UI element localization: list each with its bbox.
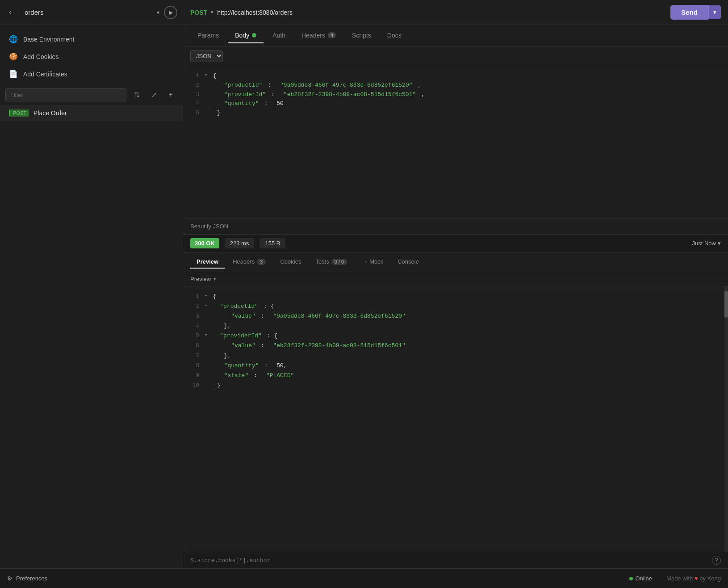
play-button[interactable]: ▶: [164, 6, 177, 19]
resp-line-5: 5 ▾ "providerId" : {: [190, 331, 721, 341]
gear-icon: ⚙: [7, 575, 13, 582]
jsonpath-input[interactable]: [190, 557, 712, 564]
collection-dropdown-icon[interactable]: ▾: [157, 9, 159, 16]
code-line-3: 3 "providerId" : "eb28f32f-2398-4b09-ac0…: [190, 90, 721, 100]
code-line-5: 5 }: [190, 109, 721, 118]
body-active-dot: [252, 33, 256, 38]
heart-icon: ♥: [695, 575, 698, 582]
request-name: Place Order: [33, 109, 67, 117]
sidebar-item-cookies-label: Add Cookies: [23, 53, 59, 60]
main-layout: 🌐 Base Environment 🍪 Add Cookies 📄 Add C…: [0, 25, 728, 568]
online-indicator: Online: [629, 575, 653, 582]
preferences-label: Preferences: [16, 575, 47, 582]
rtab-cookies[interactable]: Cookies: [274, 256, 307, 269]
resp-line-7: 7 },: [190, 351, 721, 361]
preview-toolbar: Preview ▾: [183, 272, 728, 286]
online-dot: [629, 577, 633, 580]
bottom-bar: ⚙ Preferences Online Made with ♥ by Kong: [0, 568, 728, 588]
response-time: 223 ms: [225, 238, 255, 248]
filter-input[interactable]: [5, 88, 126, 101]
scrollbar-track: [724, 286, 728, 552]
headers-response-badge: 3: [257, 259, 266, 265]
sort-button[interactable]: ⇅: [130, 88, 143, 101]
preview-dropdown[interactable]: Preview: [190, 276, 211, 282]
timestamp-dropdown[interactable]: Just Now ▾: [692, 240, 721, 247]
timestamp-arrow-icon: ▾: [718, 240, 721, 247]
headers-badge: 4: [328, 32, 336, 38]
send-button[interactable]: Send: [670, 5, 708, 20]
tab-body[interactable]: Body: [228, 28, 264, 43]
rtab-console[interactable]: Console: [391, 256, 425, 269]
response-code-viewer[interactable]: 1 ▾ { 2 ▾ "productId" : { 3 "value" : "9…: [183, 286, 728, 552]
sidebar-item-certs-label: Add Certificates: [23, 71, 67, 78]
request-tabs-row: Params Body Auth Headers 4 Scripts Docs: [183, 25, 728, 46]
made-with-text: Made with ♥ by Kong: [666, 575, 721, 582]
jsonpath-bar: ?: [183, 552, 728, 568]
beautify-json-button[interactable]: Beautify JSON: [183, 218, 728, 234]
code-line-2: 2 "productId" : "9a05ddc8-466f-497c-833d…: [190, 81, 721, 90]
tab-auth[interactable]: Auth: [265, 28, 293, 43]
resp-line-9: 9 "state" : "PLACED": [190, 371, 721, 381]
rtab-mock[interactable]: → Mock: [355, 256, 389, 269]
top-bar: ‹ orders ▾ ▶ POST ▾ http://localhost:808…: [0, 0, 728, 25]
divider: [20, 7, 20, 18]
help-icon[interactable]: ?: [712, 556, 721, 565]
code-line-1: 1 ▾ {: [190, 71, 721, 81]
filter-row: ⇅ ⤢ +: [0, 84, 183, 105]
cookie-icon: 🍪: [9, 52, 18, 61]
expand-button[interactable]: ⤢: [147, 88, 160, 101]
sidebar-item-base-env[interactable]: 🌐 Base Environment: [0, 30, 183, 48]
resp-line-6: 6 "value" : "eb28f32f-2398-4b09-ac08-515…: [190, 341, 721, 351]
globe-icon: 🌐: [9, 35, 18, 43]
body-format-select[interactable]: JSON XML Text: [190, 50, 223, 62]
request-code-editor[interactable]: 1 ▾ { 2 "productId" : "9a05ddc8-466f-497…: [183, 66, 728, 218]
method-tag: POST: [9, 109, 29, 117]
response-tabs-row: Preview Headers 3 Cookies Tests 0 / 0 → …: [183, 252, 728, 272]
resp-line-3: 3 "value" : "9a05ddc8-466f-497c-833d-6d8…: [190, 311, 721, 321]
url-input[interactable]: http://localhost:8080/orders: [217, 9, 667, 16]
tab-docs[interactable]: Docs: [380, 28, 409, 43]
sidebar: 🌐 Base Environment 🍪 Add Cookies 📄 Add C…: [0, 25, 183, 568]
rtab-preview[interactable]: Preview: [190, 256, 225, 269]
back-button[interactable]: ‹: [5, 6, 15, 19]
send-dropdown-button[interactable]: ▾: [708, 5, 721, 19]
add-button[interactable]: +: [164, 88, 177, 101]
resp-line-10: 10 }: [190, 381, 721, 391]
resp-line-8: 8 "quantity" : 50,: [190, 361, 721, 371]
mock-arrow-icon: →: [361, 258, 367, 265]
resp-line-4: 4 },: [190, 321, 721, 331]
online-label: Online: [636, 575, 653, 582]
tab-headers[interactable]: Headers 4: [294, 28, 343, 43]
cert-icon: 📄: [9, 70, 18, 78]
preferences-button[interactable]: ⚙ Preferences: [7, 575, 47, 582]
json-toolbar: JSON XML Text: [183, 46, 728, 66]
tab-params[interactable]: Params: [190, 28, 226, 43]
sidebar-header: ‹ orders ▾ ▶: [0, 0, 183, 25]
resp-line-2: 2 ▾ "productId" : {: [190, 302, 721, 311]
response-size: 155 B: [259, 238, 285, 248]
response-status-bar: 200 OK 223 ms 155 B Just Now ▾: [183, 234, 728, 252]
request-item-place-order[interactable]: POST Place Order: [0, 105, 183, 121]
rtab-tests[interactable]: Tests 0 / 0: [309, 256, 353, 269]
timestamp-label: Just Now: [692, 240, 716, 247]
sidebar-item-add-certs[interactable]: 📄 Add Certificates: [0, 65, 183, 83]
body-section: JSON XML Text 1 ▾ { 2 "productId" : "9a0…: [183, 46, 728, 234]
sidebar-item-base-env-label: Base Environment: [23, 36, 74, 43]
tab-scripts[interactable]: Scripts: [345, 28, 378, 43]
rtab-headers[interactable]: Headers 3: [226, 256, 272, 269]
status-code: 200 OK: [190, 238, 219, 248]
right-panel: Params Body Auth Headers 4 Scripts Docs: [183, 25, 728, 568]
method-dropdown-icon[interactable]: ▾: [211, 9, 213, 15]
sidebar-item-add-cookies[interactable]: 🍪 Add Cookies: [0, 48, 183, 65]
tests-badge: 0 / 0: [331, 259, 347, 265]
url-bar: POST ▾ http://localhost:8080/orders Send…: [183, 0, 728, 25]
send-button-group: Send ▾: [670, 5, 721, 20]
code-line-4: 4 "quantity" : 50: [190, 99, 721, 109]
resp-line-1: 1 ▾ {: [190, 292, 721, 302]
preview-dropdown-icon[interactable]: ▾: [213, 276, 216, 282]
collection-name: orders: [25, 8, 152, 16]
method-label: POST: [190, 9, 207, 16]
scrollbar-thumb[interactable]: [724, 291, 728, 318]
